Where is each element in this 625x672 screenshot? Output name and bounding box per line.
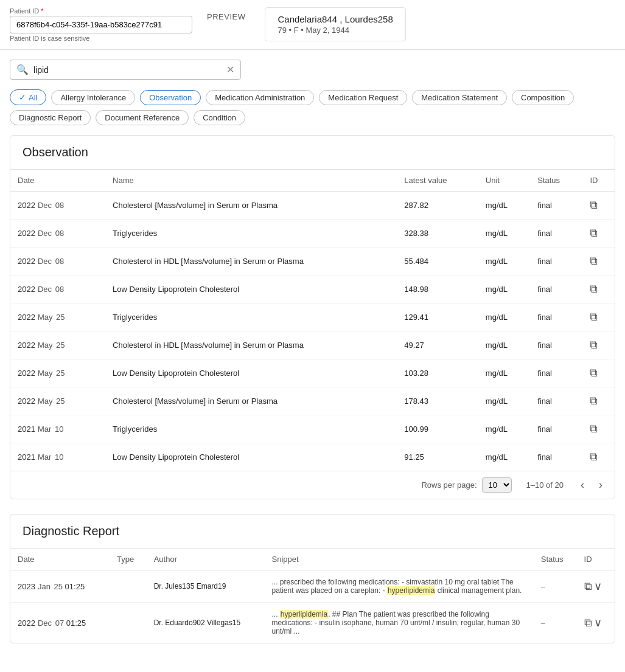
obs-row-5: 2022May 25Cholesterol in HDL [Mass/volum… [10, 331, 615, 359]
obs-id-2[interactable]: ⧉ [582, 248, 615, 275]
observation-pagination: Rows per page: 5102550 1–10 of 20 ‹ › [10, 471, 615, 499]
obs-id-8[interactable]: ⧉ [582, 415, 615, 443]
obs-row-4: 2022May 25Triglycerides129.41mg/dLfinal⧉ [10, 303, 615, 331]
obs-id-9[interactable]: ⧉ [582, 443, 615, 471]
obs-date-9: 2021Mar 10 [10, 443, 105, 471]
obs-col-latest-value: Latest value [397, 170, 478, 192]
rows-per-page-label: Rows per page: [421, 480, 477, 490]
copy-icon[interactable]: ⧉ [590, 339, 598, 351]
dr-date-1: 2022Dec 07 01:25 [10, 603, 110, 643]
dr-author-0: Dr. Jules135 Emard19 [147, 570, 265, 603]
obs-id-5[interactable]: ⧉ [582, 331, 615, 359]
filter-chip-allergy[interactable]: Allergy Intolerance [51, 90, 135, 105]
filter-chip-condition[interactable]: Condition [194, 110, 245, 125]
dr-col-status: Status [534, 549, 577, 570]
search-input[interactable] [33, 65, 222, 75]
highlight: hyperlipidemia [280, 610, 328, 618]
obs-id-1[interactable]: ⧉ [582, 220, 615, 248]
obs-status-6: final [530, 359, 582, 387]
copy-icon[interactable]: ⧉ [590, 227, 598, 239]
obs-row-2: 2022Dec 08Cholesterol in HDL [Mass/volum… [10, 248, 615, 275]
obs-value-0: 287.82 [397, 192, 478, 220]
dr-col-date: Date [10, 549, 110, 570]
obs-id-4[interactable]: ⧉ [582, 303, 615, 331]
obs-name-0: Cholesterol [Mass/volume] in Serum or Pl… [105, 192, 397, 220]
filter-chip-med-statement[interactable]: Medication Statement [412, 90, 507, 105]
filter-chip-diagnostic[interactable]: Diagnostic Report [10, 110, 91, 125]
filter-chip-med-request[interactable]: Medication Request [319, 90, 407, 105]
copy-icon[interactable]: ⧉ [590, 451, 598, 463]
observation-title: Observation [10, 136, 615, 170]
observation-table: DateNameLatest valueUnitStatusID 2022Dec… [10, 170, 615, 471]
obs-status-9: final [530, 443, 582, 471]
expand-icon[interactable]: ∨ [594, 617, 602, 629]
obs-date-3: 2022Dec 08 [10, 275, 105, 303]
copy-icon[interactable]: ⧉ [584, 580, 592, 592]
copy-icon[interactable]: ⧉ [590, 283, 598, 295]
copy-icon[interactable]: ⧉ [584, 617, 592, 629]
obs-id-3[interactable]: ⧉ [582, 275, 615, 303]
obs-unit-3: mg/dL [478, 275, 530, 303]
filter-chip-all[interactable]: ✓ All [10, 89, 46, 105]
obs-next-page[interactable]: › [596, 477, 605, 493]
copy-icon[interactable]: ⧉ [590, 367, 598, 379]
obs-row-8: 2021Mar 10Triglycerides100.99mg/dLfinal⧉ [10, 415, 615, 443]
obs-name-9: Low Density Lipoprotein Cholesterol [105, 443, 397, 471]
dr-type-0 [110, 570, 147, 603]
filter-chip-doc-ref[interactable]: Document Reference [96, 110, 189, 125]
search-area: 🔍 ✕ [0, 50, 625, 85]
obs-value-6: 103.28 [397, 359, 478, 387]
clear-icon[interactable]: ✕ [226, 64, 234, 75]
obs-col-id: ID [582, 170, 615, 192]
dr-id-0[interactable]: ⧉ ∨ [577, 570, 615, 603]
dr-type-1 [110, 603, 147, 643]
patient-info: 79 • F • May 2, 1944 [278, 26, 393, 35]
copy-icon[interactable]: ⧉ [590, 311, 598, 323]
obs-date-5: 2022May 25 [10, 331, 105, 359]
preview-button[interactable]: PREVIEW [207, 7, 245, 26]
obs-page-info: 1–10 of 20 [526, 480, 564, 490]
check-icon: ✓ [19, 92, 26, 102]
obs-row-6: 2022May 25Low Density Lipoprotein Choles… [10, 359, 615, 387]
rows-per-page-select[interactable]: 5102550 [482, 477, 512, 493]
copy-icon[interactable]: ⧉ [590, 199, 598, 211]
obs-value-3: 148.98 [397, 275, 478, 303]
obs-row-1: 2022Dec 08Triglycerides328.38mg/dLfinal⧉ [10, 220, 615, 248]
obs-col-status: Status [530, 170, 582, 192]
dr-status-0: – [534, 570, 577, 603]
obs-date-6: 2022May 25 [10, 359, 105, 387]
dr-id-1[interactable]: ⧉ ∨ [577, 603, 615, 643]
diagnostic-report-section: Diagnostic Report DateTypeAuthorSnippetS… [10, 514, 615, 643]
dr-row-0: 2023Jan 25 01:25Dr. Jules135 Emard19... … [10, 570, 615, 603]
patient-id-hint: Patient ID is case sensitive [10, 35, 192, 42]
obs-status-5: final [530, 331, 582, 359]
obs-id-7[interactable]: ⧉ [582, 387, 615, 415]
filter-chip-med-admin[interactable]: Medication Administration [206, 90, 314, 105]
obs-status-8: final [530, 415, 582, 443]
obs-col-date: Date [10, 170, 105, 192]
copy-icon[interactable]: ⧉ [590, 395, 598, 407]
patient-id-field: Patient ID * Patient ID is case sensitiv… [10, 7, 192, 42]
obs-prev-page[interactable]: ‹ [578, 477, 587, 493]
expand-icon[interactable]: ∨ [594, 580, 602, 592]
filter-chip-observation[interactable]: Observation [140, 90, 201, 105]
obs-row-0: 2022Dec 08Cholesterol [Mass/volume] in S… [10, 192, 615, 220]
obs-id-6[interactable]: ⧉ [582, 359, 615, 387]
filter-chip-composition[interactable]: Composition [512, 90, 574, 105]
copy-icon[interactable]: ⧉ [590, 423, 598, 435]
patient-id-input[interactable] [10, 16, 192, 33]
diagnostic-report-table: DateTypeAuthorSnippetStatusID 2023Jan 25… [10, 549, 615, 643]
obs-name-3: Low Density Lipoprotein Cholesterol [105, 275, 397, 303]
copy-icon[interactable]: ⧉ [590, 255, 598, 267]
obs-unit-7: mg/dL [478, 387, 530, 415]
dr-status-1: – [534, 603, 577, 643]
obs-row-3: 2022Dec 08Low Density Lipoprotein Choles… [10, 275, 615, 303]
dr-col-type: Type [110, 549, 147, 570]
dr-row-1: 2022Dec 07 01:25Dr. Eduardo902 Villegas1… [10, 603, 615, 643]
dr-snippet-0: ... prescribed the following medications… [264, 570, 533, 603]
obs-id-0[interactable]: ⧉ [582, 192, 615, 220]
observation-section: Observation DateNameLatest valueUnitStat… [10, 135, 615, 499]
obs-date-0: 2022Dec 08 [10, 192, 105, 220]
obs-name-4: Triglycerides [105, 303, 397, 331]
rows-per-page: Rows per page: 5102550 [421, 477, 511, 493]
